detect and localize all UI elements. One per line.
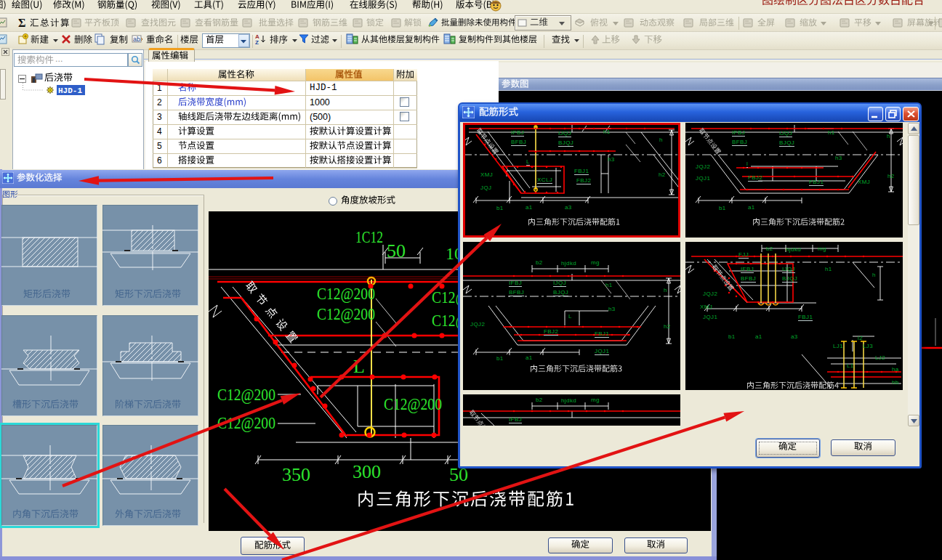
- svg-text:Z: Z: [255, 39, 259, 45]
- svg-text:Σ: Σ: [18, 17, 25, 29]
- svg-text:ab: ab: [133, 36, 140, 43]
